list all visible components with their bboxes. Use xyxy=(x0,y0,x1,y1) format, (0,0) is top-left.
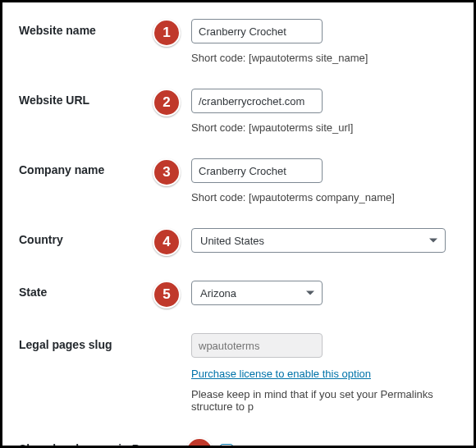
website-name-input[interactable] xyxy=(191,19,323,43)
step-badge-2: 2 xyxy=(153,89,181,117)
row-legal-slug: Legal pages slug Purchase license to ena… xyxy=(19,333,474,413)
show-widget-checkbox[interactable] xyxy=(220,444,233,448)
website-url-hint: Short code: [wpautoterms site_url] xyxy=(191,121,474,134)
step-badge-6: 6 xyxy=(185,437,213,448)
label-website-url: Website URL xyxy=(19,89,142,107)
label-legal-slug: Legal pages slug xyxy=(19,333,142,351)
label-website-name: Website name xyxy=(19,19,142,37)
website-url-input[interactable] xyxy=(191,89,323,113)
step-badge-4: 4 xyxy=(153,228,181,256)
label-company-name: Company name xyxy=(19,158,142,176)
country-select[interactable]: United States xyxy=(191,228,446,253)
settings-form: Website name 1 Short code: [wpautoterms … xyxy=(0,0,476,448)
company-name-input[interactable] xyxy=(191,158,323,183)
row-website-name: Website name 1 Short code: [wpautoterms … xyxy=(19,19,474,64)
row-country: Country 4 United States xyxy=(19,228,474,256)
row-website-url: Website URL 2 Short code: [wpautoterms s… xyxy=(19,89,474,134)
step-badge-1: 1 xyxy=(153,19,181,47)
label-state: State xyxy=(19,281,142,299)
website-name-hint: Short code: [wpautoterms site_name] xyxy=(191,52,474,64)
company-name-hint: Short code: [wpautoterms company_name] xyxy=(191,191,474,203)
legal-slug-hint: Please keep in mind that if you set your… xyxy=(191,388,474,413)
state-select[interactable]: Arizona xyxy=(191,281,323,305)
row-state: State 5 Arizona xyxy=(19,281,474,309)
label-country: Country xyxy=(19,228,142,246)
step-badge-3: 3 xyxy=(153,158,181,186)
legal-slug-input xyxy=(191,333,323,358)
purchase-license-link[interactable]: Purchase license to enable this option xyxy=(191,368,371,380)
label-show-widget: Show legal pages in Pages Widget xyxy=(19,437,179,448)
row-company-name: Company name 3 Short code: [wpautoterms … xyxy=(19,158,474,203)
row-show-widget: Show legal pages in Pages Widget 6 xyxy=(19,437,474,448)
step-badge-5: 5 xyxy=(153,281,181,309)
